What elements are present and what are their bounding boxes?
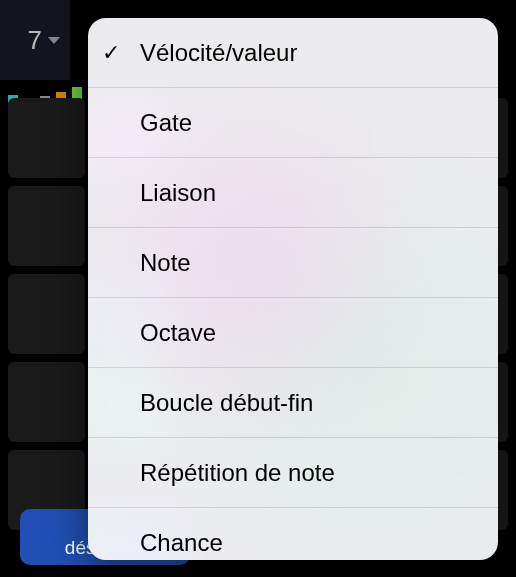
header-value: 7 — [28, 25, 42, 56]
menu-item-velocity-value[interactable]: ✓ Vélocité/valeur — [88, 18, 498, 88]
menu-item-label: Octave — [140, 319, 216, 347]
menu-item-gate[interactable]: Gate — [88, 88, 498, 158]
menu-item-loop-start-end[interactable]: Boucle début-fin — [88, 368, 498, 438]
menu-item-label: Liaison — [140, 179, 216, 207]
menu-item-label: Chance — [140, 529, 223, 557]
menu-item-label: Note — [140, 249, 191, 277]
chevron-down-icon — [48, 37, 60, 44]
menu-item-chance[interactable]: Chance — [88, 508, 498, 560]
checkmark-icon: ✓ — [102, 40, 120, 66]
menu-item-label: Boucle début-fin — [140, 389, 313, 417]
menu-item-label: Répétition de note — [140, 459, 335, 487]
menu-item-label: Vélocité/valeur — [140, 39, 297, 67]
menu-item-note-repeat[interactable]: Répétition de note — [88, 438, 498, 508]
parameter-menu: ✓ Vélocité/valeur Gate Liaison Note Octa… — [88, 18, 498, 560]
menu-item-label: Gate — [140, 109, 192, 137]
parameter-popover: ✓ Vélocité/valeur Gate Liaison Note Octa… — [88, 18, 498, 560]
header-fragment[interactable]: 7 — [0, 0, 70, 80]
menu-item-note[interactable]: Note — [88, 228, 498, 298]
menu-item-liaison[interactable]: Liaison — [88, 158, 498, 228]
menu-item-octave[interactable]: Octave — [88, 298, 498, 368]
